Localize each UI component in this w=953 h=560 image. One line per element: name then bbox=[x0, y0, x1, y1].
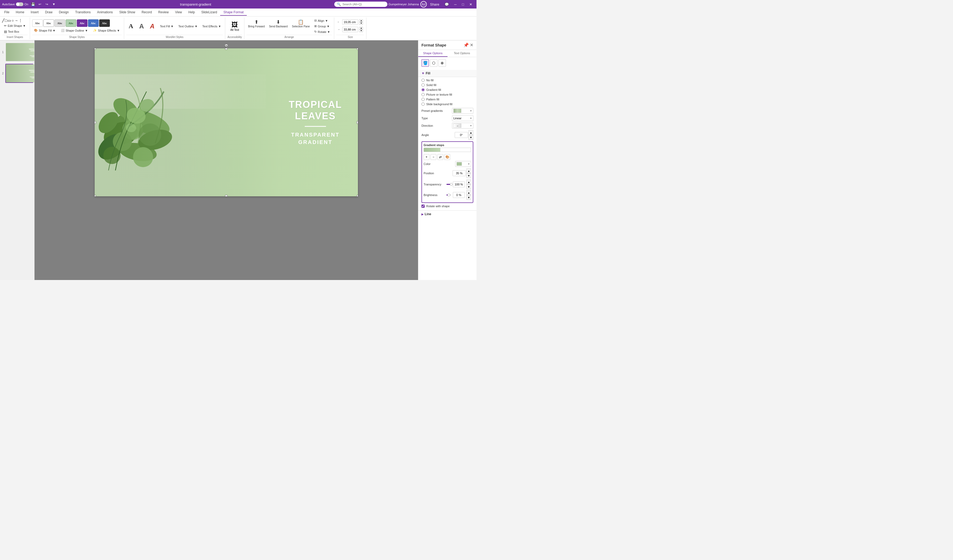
brightness-slider[interactable] bbox=[447, 195, 451, 195]
width-up-button[interactable]: ▲ bbox=[359, 27, 363, 29]
tab-home[interactable]: Home bbox=[12, 9, 27, 15]
share-button[interactable]: Share bbox=[428, 2, 441, 7]
transparency-slider[interactable] bbox=[447, 184, 451, 185]
search-input[interactable] bbox=[343, 3, 382, 6]
pattern-fill-radio[interactable] bbox=[421, 98, 425, 101]
picture-fill-option[interactable]: Picture or texture fill bbox=[421, 93, 473, 96]
tab-slideshow[interactable]: Slide Show bbox=[116, 9, 138, 15]
text-outline-dropdown[interactable]: Text Outline ▼ bbox=[177, 24, 199, 29]
search-bar[interactable]: 🔍 bbox=[334, 2, 387, 7]
tab-animations[interactable]: Animations bbox=[94, 9, 116, 15]
wordart-style-3[interactable]: A bbox=[147, 22, 157, 31]
save-button[interactable]: 💾 bbox=[30, 1, 36, 8]
wordart-style-2[interactable]: A bbox=[137, 22, 146, 31]
rotate-handle[interactable]: ⟳ bbox=[225, 44, 228, 47]
tab-transitions[interactable]: Transitions bbox=[72, 9, 94, 15]
tab-view[interactable]: View bbox=[172, 9, 185, 15]
slide-bg-radio[interactable] bbox=[421, 102, 425, 106]
tab-review[interactable]: Review bbox=[155, 9, 172, 15]
shape-style-5[interactable]: Abc bbox=[77, 19, 87, 27]
transparency-thumb[interactable] bbox=[450, 183, 453, 186]
comments-button[interactable]: 💬 bbox=[442, 2, 451, 7]
gradient-fill-option[interactable]: Gradient fill bbox=[421, 88, 473, 91]
tab-slidelizard[interactable]: SlideLizard bbox=[198, 9, 220, 15]
slide-bg-option[interactable]: Slide background fill bbox=[421, 102, 473, 106]
effects-icon-tab[interactable]: ⬡ bbox=[430, 59, 438, 67]
picture-fill-radio[interactable] bbox=[421, 93, 425, 96]
panel-close-button[interactable]: ✕ bbox=[470, 42, 473, 48]
tab-file[interactable]: File bbox=[1, 9, 12, 15]
undo-button[interactable]: ↩ bbox=[37, 1, 43, 8]
pattern-fill-option[interactable]: Pattern fill bbox=[421, 98, 473, 101]
tab-shape-format[interactable]: Shape Format bbox=[220, 9, 247, 15]
panel-unpin-button[interactable]: 📌 bbox=[464, 42, 469, 48]
autosave-toggle[interactable]: AutoSave On bbox=[2, 2, 28, 6]
no-fill-option[interactable]: No fill bbox=[421, 79, 473, 82]
fill-section-header[interactable]: ▼ Fill bbox=[418, 70, 476, 77]
edit-shape-button[interactable]: ✏ Edit Shape ▼ bbox=[2, 23, 28, 28]
rotate-button[interactable]: ↻ Rotate ▼ bbox=[312, 29, 332, 34]
no-fill-radio[interactable] bbox=[421, 79, 425, 82]
fill-line-icon-tab[interactable]: 🪣 bbox=[421, 59, 429, 67]
alt-text-button[interactable]: 🖼 Alt Text bbox=[228, 20, 241, 32]
tab-insert[interactable]: Insert bbox=[27, 9, 42, 15]
edit-color-button[interactable]: 🎨 bbox=[444, 154, 450, 160]
width-input[interactable] bbox=[342, 27, 358, 32]
add-stop-button[interactable]: + bbox=[424, 154, 430, 160]
solid-fill-option[interactable]: Solid fill bbox=[421, 84, 473, 87]
brightness-up-button[interactable]: ▲ bbox=[466, 190, 471, 195]
tab-record[interactable]: Record bbox=[138, 9, 155, 15]
shape-style-6[interactable]: Abc bbox=[88, 19, 99, 27]
transparency-down-button[interactable]: ▼ bbox=[466, 184, 471, 189]
position-down-button[interactable]: ▼ bbox=[466, 173, 471, 178]
type-dropdown[interactable]: Linear ▼ bbox=[452, 115, 473, 121]
height-up-button[interactable]: ▲ bbox=[359, 19, 363, 22]
brightness-down-button[interactable]: ▼ bbox=[466, 195, 471, 200]
tab-draw[interactable]: Draw bbox=[42, 9, 56, 15]
restore-button[interactable]: □ bbox=[460, 2, 466, 7]
gradient-bar[interactable] bbox=[424, 148, 471, 152]
position-up-button[interactable]: ▲ bbox=[466, 169, 471, 173]
shape-fill-button[interactable]: 🎨 Shape Fill ▼ bbox=[32, 28, 57, 33]
tab-design[interactable]: Design bbox=[56, 9, 72, 15]
group-button[interactable]: ⊞ Group ▼ bbox=[312, 24, 332, 29]
customize-qa-button[interactable]: ▼ bbox=[51, 1, 57, 8]
transparency-up-button[interactable]: ▲ bbox=[466, 179, 471, 184]
send-backward-button[interactable]: ⬇ Send Backward bbox=[267, 18, 289, 29]
text-box-button[interactable]: ▤ Text Box bbox=[2, 29, 28, 34]
rotate-with-shape-checkbox[interactable] bbox=[421, 204, 425, 208]
height-input[interactable] bbox=[342, 19, 358, 25]
shape-style-7[interactable]: Abc bbox=[99, 19, 110, 27]
shape-style-2[interactable]: Abc bbox=[43, 19, 54, 27]
slide-thumb-1[interactable]: 1 TROPICALLEAVES TRANSPARENTGRADIENT bbox=[5, 42, 33, 62]
shape-outline-button[interactable]: ⬜ Shape Outline ▼ bbox=[59, 28, 90, 33]
bring-forward-button[interactable]: ⬆ Bring Forward bbox=[247, 18, 267, 29]
autosave-track[interactable] bbox=[16, 2, 23, 6]
angle-up-button[interactable]: ▲ bbox=[469, 130, 473, 135]
gradient-fill-radio[interactable] bbox=[421, 88, 425, 91]
text-effects-dropdown[interactable]: Text Effects ▼ bbox=[200, 24, 223, 29]
brightness-thumb[interactable] bbox=[447, 194, 450, 196]
text-fill-dropdown[interactable]: Text Fill ▼ bbox=[158, 24, 175, 29]
direction-dropdown[interactable]: → ▼ bbox=[452, 123, 473, 128]
selection-pane-button[interactable]: 📋 Selection Pane bbox=[290, 18, 311, 29]
brightness-input[interactable] bbox=[453, 192, 465, 198]
reverse-stops-button[interactable]: ⇄ bbox=[438, 154, 443, 160]
shape-style-1[interactable]: Abc bbox=[32, 19, 43, 27]
align-button[interactable]: ⊟ Align ▼ bbox=[312, 18, 332, 23]
tab-help[interactable]: Help bbox=[185, 9, 198, 15]
line-section-header[interactable]: ▶ Line bbox=[418, 210, 476, 218]
angle-down-button[interactable]: ▼ bbox=[469, 135, 473, 140]
solid-fill-radio[interactable] bbox=[421, 84, 425, 87]
slide-thumb-2[interactable]: 2 TROPICALLEAVES TRANSPARENTGRADIENT bbox=[5, 64, 33, 83]
remove-stop-button[interactable]: − bbox=[430, 154, 436, 160]
tab-text-options[interactable]: Text Options bbox=[447, 50, 477, 57]
preset-dropdown[interactable]: ▼ bbox=[452, 108, 473, 114]
wordart-style-1[interactable]: A bbox=[126, 22, 136, 31]
shape-style-4[interactable]: Abc bbox=[66, 19, 76, 27]
minimize-button[interactable]: ─ bbox=[452, 2, 459, 7]
color-dropdown[interactable]: ▼ bbox=[455, 161, 471, 167]
angle-input[interactable] bbox=[455, 132, 468, 138]
transparency-input[interactable] bbox=[453, 181, 465, 187]
size-icon-tab[interactable]: ⊕ bbox=[438, 59, 446, 67]
